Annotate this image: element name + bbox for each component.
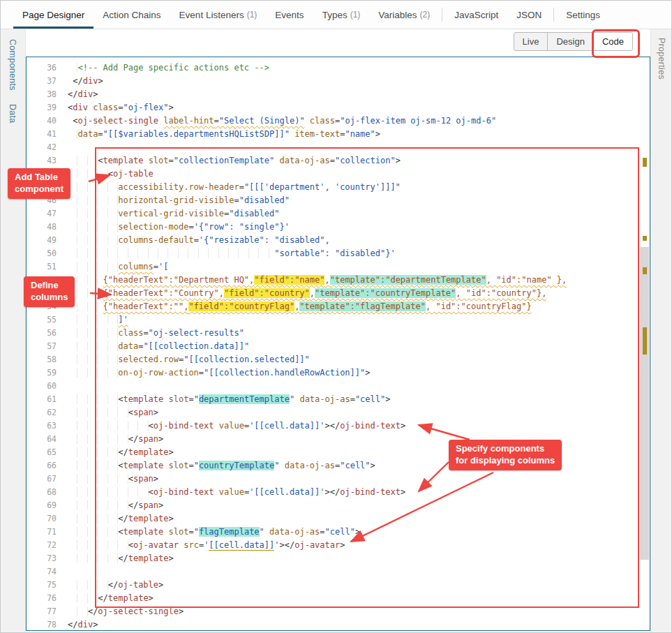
code-line[interactable]: 60: [27, 380, 650, 393]
code-line[interactable]: 45 accessibility.row-header="[[['departm…: [27, 181, 650, 194]
code-line[interactable]: 77 </oj-select-single>: [27, 605, 650, 618]
line-content: </div>: [68, 88, 98, 101]
code-line[interactable]: 37 </div>: [27, 75, 650, 88]
vertical-scrollbar[interactable]: [640, 247, 649, 560]
tab-label: Event Listeners: [179, 10, 244, 20]
line-content: </div>: [68, 75, 103, 88]
code-line[interactable]: 51 columns='[: [27, 260, 650, 274]
tab-count-badge: (1): [350, 10, 361, 20]
tab-label: JavaScript: [454, 10, 498, 20]
tab-settings[interactable]: Settings: [557, 1, 609, 29]
line-content: ]': [68, 313, 128, 327]
tab-label: JSON: [516, 10, 542, 20]
code-line[interactable]: 78</div>: [27, 618, 650, 631]
line-content: </div>: [68, 618, 98, 631]
side-tab-components[interactable]: Components: [8, 39, 17, 91]
line-content: </template>: [68, 512, 174, 526]
line-content: </span>: [68, 499, 163, 512]
code-line[interactable]: 58 selected.row="[[collection.selected]]…: [27, 353, 650, 366]
line-content: [68, 141, 73, 154]
code-line[interactable]: 53 {"headerText":"Country","field":"coun…: [27, 287, 650, 300]
code-line[interactable]: 50 "sortable": "disabled"}': [27, 247, 650, 260]
code-line[interactable]: 40 <oj-select-single label-hint="Select …: [27, 114, 650, 128]
tab-events[interactable]: Events: [266, 1, 313, 29]
line-number: 49: [27, 234, 68, 247]
line-number: 70: [27, 512, 68, 526]
live-button[interactable]: Live: [514, 32, 548, 51]
line-number: 41: [27, 128, 68, 141]
code-line[interactable]: 47 vertical-grid-visible="disabled": [27, 207, 650, 221]
design-button[interactable]: Design: [547, 32, 593, 51]
line-content: [68, 565, 73, 579]
tab-variables[interactable]: Variables(2): [369, 1, 439, 29]
line-number: 66: [27, 459, 68, 472]
line-content: <!-- Add Page specific actions etc -->: [68, 61, 269, 75]
code-editor[interactable]: 36 <!-- Add Page specific actions etc --…: [26, 57, 650, 631]
code-lines: 36 <!-- Add Page specific actions etc --…: [27, 57, 650, 631]
code-line[interactable]: 49 columns-default='{"resizable": "disab…: [27, 234, 650, 247]
code-line[interactable]: 36 <!-- Add Page specific actions etc --…: [27, 61, 650, 75]
code-line[interactable]: 62 <span>: [27, 406, 650, 419]
code-line[interactable]: 52 {"headerText":"Department HQ","field"…: [27, 274, 650, 287]
code-line[interactable]: 69 </span>: [27, 499, 650, 512]
tab-divider: [553, 8, 554, 22]
line-number: 69: [27, 499, 68, 512]
tab-label: Types: [322, 10, 348, 20]
tab-event-listeners[interactable]: Event Listeners(1): [170, 1, 267, 29]
code-line[interactable]: 44 <oj-table: [27, 167, 650, 181]
line-content: <oj-bind-text value='[[cell.data]]'></oj…: [68, 486, 405, 499]
tab-javascript[interactable]: JavaScript: [445, 1, 507, 29]
code-line[interactable]: 56 class="oj-select-results": [27, 327, 650, 340]
line-content: <template slot="collectionTemplate" data…: [68, 154, 401, 167]
code-line[interactable]: 57 data="[[collection.data]]": [27, 340, 650, 353]
code-line[interactable]: 39<div class="oj-flex">: [27, 101, 650, 114]
line-number: 74: [27, 565, 68, 579]
line-content: <oj-bind-text value='[[cell.data]]'></oj…: [68, 419, 405, 433]
tab-types[interactable]: Types(1): [313, 1, 370, 29]
code-line[interactable]: 42: [27, 141, 650, 154]
line-content: <oj-table: [68, 167, 154, 181]
code-line[interactable]: 71 <template slot="flagTemplate" data-oj…: [27, 526, 650, 539]
line-number: 36: [27, 61, 68, 75]
code-line[interactable]: 70 </template>: [27, 512, 650, 526]
side-tab-properties[interactable]: Properties: [657, 38, 666, 80]
code-line[interactable]: 67 <span>: [27, 472, 650, 486]
line-number: 73: [27, 552, 68, 565]
line-number: 75: [27, 579, 68, 592]
tab-action-chains[interactable]: Action Chains: [94, 1, 170, 29]
code-line[interactable]: 48 selection-mode='{"row": "single"}': [27, 221, 650, 234]
code-line[interactable]: 43 <template slot="collectionTemplate" d…: [27, 154, 650, 167]
code-line[interactable]: 55 ]': [27, 313, 650, 327]
line-content: <span>: [68, 406, 158, 419]
code-line[interactable]: 63 <oj-bind-text value='[[cell.data]]'><…: [27, 419, 650, 433]
code-line[interactable]: 73 </template>: [27, 552, 650, 565]
line-number: 50: [27, 247, 68, 260]
code-button[interactable]: Code: [593, 32, 633, 51]
tab-label: Events: [275, 10, 304, 20]
code-line[interactable]: 38</div>: [27, 88, 650, 101]
side-tab-data[interactable]: Data: [8, 104, 17, 124]
code-line[interactable]: 61 <template slot="departmentTemplate" d…: [27, 393, 650, 406]
code-line[interactable]: 68 <oj-bind-text value='[[cell.data]]'><…: [27, 486, 650, 499]
code-line[interactable]: 59 on-oj-row-action="[[collection.handle…: [27, 366, 650, 380]
line-number: 59: [27, 366, 68, 380]
tab-json[interactable]: JSON: [507, 1, 551, 29]
line-content: <oj-select-single label-hint="Select (Si…: [68, 114, 496, 128]
right-panel-strip: Properties: [650, 29, 671, 632]
code-line[interactable]: 72 <oj-avatar src='[[cell.data]]'></oj-a…: [27, 539, 650, 552]
code-line[interactable]: 75 </oj-table>: [27, 579, 650, 592]
line-number: 61: [27, 393, 68, 406]
tab-bar: Page DesignerAction ChainsEvent Listener…: [1, 1, 671, 29]
code-line[interactable]: 41 data="[[$variables.departmentsHQListS…: [27, 128, 650, 141]
line-number: 56: [27, 327, 68, 340]
line-number: 51: [27, 260, 68, 274]
tab-count-badge: (2): [420, 10, 431, 20]
code-line[interactable]: 76 </template>: [27, 592, 650, 605]
code-line[interactable]: 74: [27, 565, 650, 579]
line-number: 76: [27, 592, 68, 605]
code-line[interactable]: 54 {"headerText":"","field":"countryFlag…: [27, 300, 650, 313]
line-content: </template>: [68, 552, 174, 565]
code-line[interactable]: 46 horizontal-grid-visible="disabled": [27, 194, 650, 207]
tab-page-designer[interactable]: Page Designer: [13, 1, 94, 29]
line-content: </template>: [68, 446, 174, 459]
